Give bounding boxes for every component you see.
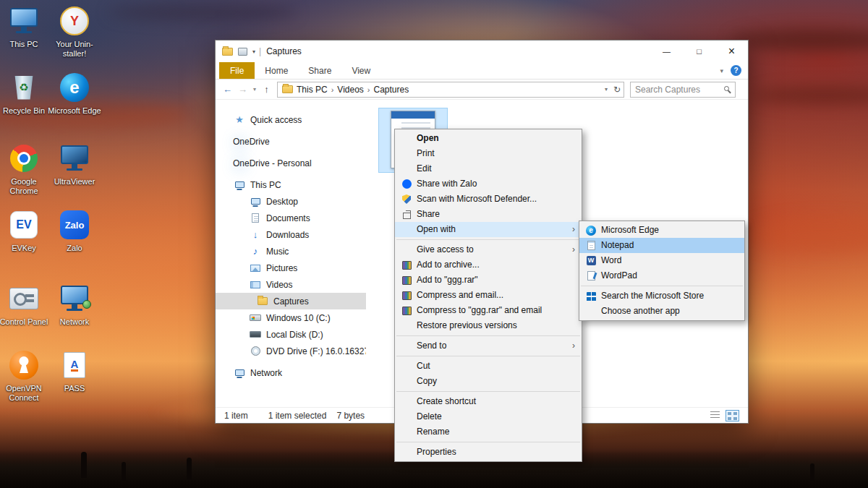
nav-label: Local Disk (D:)	[266, 330, 323, 340]
nav-item-windows-10-c[interactable]: Windows 10 (C:)	[216, 309, 366, 326]
menu-item-copy[interactable]: Copy	[395, 374, 582, 389]
menu-item-create-shortcut[interactable]: Create shortcut	[395, 394, 582, 409]
menu-item-send-to[interactable]: Send to›	[395, 338, 582, 354]
menu-item-share[interactable]: Share	[395, 207, 582, 222]
nav-label: Documents	[266, 213, 310, 223]
ribbon-tabs: File Home Share View ▾ ?	[216, 62, 748, 80]
address-dropdown-icon[interactable]: ▾	[605, 86, 608, 93]
desktop-icon-recycle-bin[interactable]: ♻ Recycle Bin	[0, 71, 51, 116]
address-bar-row: ← → ▾ ↑ This PC › Videos › Captures ▾ ↻	[216, 80, 748, 100]
desktop-icon-label: UltraViewer	[54, 177, 95, 187]
nav-item-this-pc[interactable]: This PC	[216, 176, 366, 193]
desktop-icon-this-pc[interactable]: This PC	[0, 4, 51, 49]
details-view-button[interactable]	[709, 410, 721, 420]
qat-properties-icon[interactable]	[238, 48, 247, 56]
winrar-icon	[401, 305, 412, 317]
menu-separator	[396, 356, 580, 356]
nav-item-downloads[interactable]: ↓Downloads	[216, 226, 366, 243]
menu-item-open-with[interactable]: Open with›	[395, 222, 582, 237]
nav-item-quick-access[interactable]: ★Quick access	[216, 111, 366, 128]
desktop-icon-label: Recycle Bin	[3, 106, 45, 116]
thumbnail-view-button[interactable]	[726, 410, 739, 421]
desktop-icon-network[interactable]: Network	[47, 282, 102, 327]
tab-view[interactable]: View	[341, 62, 380, 79]
menu-item-compress-to-ggg-rar-and-email[interactable]: Compress to "ggg.rar" and email	[395, 303, 582, 318]
nav-item-onedrive[interactable]: ☁OneDrive	[216, 133, 366, 150]
nav-item-network[interactable]: Network	[216, 364, 366, 381]
menu-item-add-to-archive[interactable]: Add to archive...	[395, 257, 582, 273]
desktop-icon-google-chrome[interactable]: Google Chrome	[0, 142, 51, 196]
maximize-button[interactable]: □	[683, 40, 715, 62]
folder-icon	[256, 297, 269, 305]
menu-item-share-with-zalo[interactable]: Share with Zalo	[395, 176, 582, 192]
drive-icon	[249, 331, 262, 338]
minimize-button[interactable]: —	[650, 40, 683, 62]
desktop: This PC ♻ Recycle Bin Google Chrome EV E…	[0, 0, 868, 488]
menu-separator	[581, 286, 743, 286]
nav-item-documents[interactable]: Documents	[216, 210, 366, 226]
menu-item-rename[interactable]: Rename	[395, 424, 582, 440]
desktop-icon-ultraviewer[interactable]: UltraViewer	[47, 142, 102, 187]
tab-file[interactable]: File	[219, 62, 255, 79]
menu-item-compress-and-email[interactable]: Compress and email...	[395, 288, 582, 303]
menu-item-print[interactable]: Print	[395, 146, 582, 161]
search-icon[interactable]	[724, 86, 729, 91]
submenu-item-word[interactable]: WWord	[579, 253, 744, 268]
search-input[interactable]	[631, 85, 721, 95]
forward-button[interactable]: →	[235, 84, 250, 95]
nav-label: Network	[250, 368, 282, 378]
submenu-item-choose-another-app[interactable]: Choose another app	[579, 304, 744, 319]
desktop-icon-your-uninstaller[interactable]: Y Your Unin-staller!	[47, 4, 102, 59]
openvpn-icon	[9, 351, 38, 380]
nav-item-captures[interactable]: Captures	[216, 293, 366, 309]
submenu-item-search-microsoft-store[interactable]: Search the Microsoft Store	[579, 288, 744, 304]
breadcrumb-this-pc[interactable]: This PC	[293, 85, 331, 95]
ribbon-right: ▾ ?	[720, 62, 748, 79]
submenu-item-wordpad[interactable]: WordPad	[579, 268, 744, 283]
desktop-icon-microsoft-edge[interactable]: e Microsoft Edge	[47, 71, 102, 116]
breadcrumb-captures[interactable]: Captures	[370, 85, 413, 95]
nav-item-onedrive-personal[interactable]: ☁OneDrive - Personal	[216, 155, 366, 171]
recent-locations-icon[interactable]: ▾	[250, 86, 259, 93]
document-icon	[249, 213, 262, 223]
desktop-icon-openvpn-connect[interactable]: OpenVPN Connect	[0, 348, 51, 403]
menu-item-properties[interactable]: Properties	[395, 445, 582, 460]
menu-item-cut[interactable]: Cut	[395, 359, 582, 374]
menu-item-add-to-ggg-rar[interactable]: Add to "ggg.rar"	[395, 273, 582, 288]
help-icon[interactable]: ?	[731, 65, 741, 76]
menu-item-delete[interactable]: Delete	[395, 409, 582, 424]
notepad-icon	[585, 240, 597, 252]
back-button[interactable]: ←	[220, 84, 235, 95]
chrome-icon	[10, 145, 38, 172]
desktop-icon-pass[interactable]: A PASS	[47, 348, 102, 393]
desktop-icon-evkey[interactable]: EV EVKey	[0, 208, 51, 253]
nav-item-desktop[interactable]: Desktop	[216, 193, 366, 210]
nav-item-music[interactable]: ♪Music	[216, 243, 366, 260]
menu-item-edit[interactable]: Edit	[395, 161, 582, 176]
tab-share[interactable]: Share	[298, 62, 341, 79]
breadcrumb-videos[interactable]: Videos	[333, 85, 367, 95]
desktop-icon-control-panel[interactable]: Control Panel	[0, 282, 51, 327]
submenu-item-microsoft-edge[interactable]: eMicrosoft Edge	[579, 223, 744, 238]
up-button[interactable]: ↑	[259, 84, 274, 95]
qat-customize-icon[interactable]: ▾	[252, 48, 255, 55]
address-folder-icon	[282, 85, 293, 93]
nav-item-dvd-drive-f[interactable]: DVD Drive (F:) 16.0.16327.20264	[216, 343, 366, 359]
menu-item-open[interactable]: Open	[395, 131, 582, 146]
submenu-item-notepad[interactable]: Notepad	[579, 238, 744, 253]
tab-home[interactable]: Home	[255, 62, 298, 79]
nav-item-pictures[interactable]: Pictures	[216, 260, 366, 276]
nav-label: Pictures	[266, 263, 297, 273]
menu-item-scan-with-defender[interactable]: Scan with Microsoft Defender...	[395, 192, 582, 207]
cactus-silhouette	[187, 458, 192, 479]
close-button[interactable]: ×	[715, 40, 748, 62]
address-bar[interactable]: This PC › Videos › Captures ▾ ↻	[277, 82, 624, 98]
menu-item-restore-previous-versions[interactable]: Restore previous versions	[395, 318, 582, 333]
monitor-icon	[249, 198, 262, 205]
menu-item-give-access-to[interactable]: Give access to›	[395, 242, 582, 257]
desktop-icon-zalo[interactable]: Zalo Zalo	[47, 208, 102, 253]
nav-item-videos[interactable]: Videos	[216, 276, 366, 293]
refresh-icon[interactable]: ↻	[613, 85, 621, 95]
nav-item-local-disk-d[interactable]: Local Disk (D:)	[216, 326, 366, 343]
ribbon-collapse-icon[interactable]: ▾	[720, 67, 723, 74]
